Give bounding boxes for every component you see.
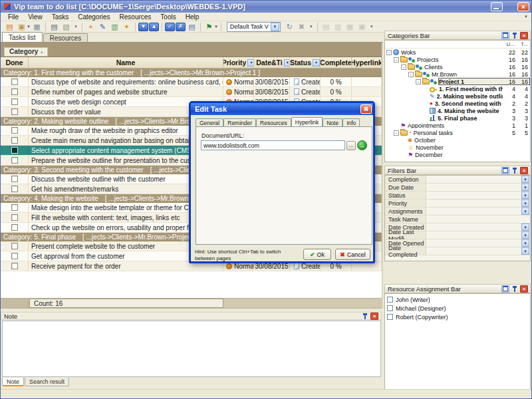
unmark-complete-icon[interactable]: ✗: [176, 23, 186, 31]
filter-dropdown-icon[interactable]: ▼: [521, 176, 529, 183]
restore-panel-icon[interactable]: [501, 32, 509, 39]
dialog-tab-note[interactable]: Note: [323, 118, 342, 126]
restore-panel-icon[interactable]: [501, 285, 509, 293]
resource-item[interactable]: Michael (Designer): [385, 304, 530, 313]
filter-dropdown-icon[interactable]: ▼: [521, 184, 529, 191]
total-column-header[interactable]: T...: [515, 41, 528, 47]
expander-icon[interactable]: -: [408, 72, 414, 77]
done-checkbox[interactable]: [11, 157, 18, 164]
dialog-tab-resources[interactable]: Resources: [256, 118, 291, 126]
expander-icon[interactable]: -: [386, 50, 392, 55]
edit-task-icon[interactable]: ✎: [97, 22, 108, 32]
tree-item[interactable]: -Projects1616: [385, 56, 530, 63]
filter-dropdown-icon[interactable]: ▼: [247, 59, 254, 66]
report-icon-2[interactable]: ▥: [332, 22, 344, 32]
done-checkbox[interactable]: [11, 214, 18, 221]
filter-dropdown-icon[interactable]: ▼: [521, 239, 529, 247]
menu-tools[interactable]: Tools: [156, 13, 180, 21]
report-icon-3[interactable]: ▦: [344, 22, 356, 32]
ok-button[interactable]: ✔ Ok: [303, 249, 331, 260]
filter-value[interactable]: [426, 200, 521, 207]
done-checkbox[interactable]: [11, 243, 18, 249]
add-task-icon[interactable]: +: [85, 22, 96, 32]
pin-icon[interactable]: [511, 32, 519, 39]
report-icon-4[interactable]: ▣: [356, 22, 368, 32]
print-icon[interactable]: ▤: [49, 22, 60, 32]
tree-item[interactable]: ◉October: [385, 136, 530, 144]
group-by-category-button[interactable]: Category ▴: [4, 47, 48, 57]
note-tab[interactable]: Note: [2, 378, 24, 386]
restore-panel-icon[interactable]: [501, 167, 509, 174]
done-checkbox[interactable]: [11, 137, 18, 144]
tree-item[interactable]: -Mr.Brown1616: [385, 70, 530, 78]
tree-item[interactable]: 1. First meeting with the cust44: [385, 85, 530, 92]
done-checkbox[interactable]: [11, 176, 18, 182]
tree-item[interactable]: ⚑Appointments11: [385, 122, 530, 129]
column-header-status[interactable]: Status▼: [290, 57, 321, 68]
dialog-tab-hyperlink[interactable]: Hyperlink: [291, 117, 323, 126]
close-icon[interactable]: ×: [520, 32, 528, 39]
filter-value[interactable]: [426, 215, 530, 223]
column-header-dateti[interactable]: ↕Date&Ti▼: [254, 57, 290, 68]
key-icon[interactable]: ✦: [121, 22, 132, 32]
move-up-icon[interactable]: ▲: [149, 23, 159, 31]
expander-icon[interactable]: -: [394, 57, 399, 63]
category-row[interactable]: Category: 1. First meeting with the cust…: [1, 68, 382, 77]
done-checkbox[interactable]: [11, 147, 18, 154]
expander-icon[interactable]: -: [394, 130, 399, 136]
chevron-down-icon[interactable]: ▼: [27, 25, 31, 29]
menu-file[interactable]: File: [3, 13, 23, 21]
menu-resources[interactable]: Resources: [115, 13, 156, 21]
close-button[interactable]: ×: [517, 2, 529, 11]
report-icon-1[interactable]: ▤: [321, 22, 332, 32]
duplicate-task-icon[interactable]: ▥: [109, 22, 120, 32]
open-task-list-icon[interactable]: ▣: [16, 22, 27, 32]
tree-item[interactable]: ☺November: [385, 144, 530, 151]
done-checkbox[interactable]: [11, 127, 18, 134]
tree-item[interactable]: -◔Personal tasks55: [385, 129, 530, 136]
menu-tasks[interactable]: Tasks: [47, 13, 74, 21]
restore-button[interactable]: [504, 2, 516, 3]
done-checkbox[interactable]: [11, 78, 18, 85]
resource-checkbox[interactable]: [387, 305, 393, 311]
mark-complete-icon[interactable]: ✓: [165, 23, 175, 31]
filter-dropdown-icon[interactable]: ▼: [521, 247, 529, 255]
print-list-icon[interactable]: ▤: [186, 22, 198, 32]
column-header-done[interactable]: Done: [1, 57, 29, 68]
expander-icon[interactable]: -: [416, 79, 421, 84]
uncomplete-column-header[interactable]: U...: [501, 41, 515, 47]
note-text-area[interactable]: [2, 321, 381, 377]
done-checkbox[interactable]: [11, 253, 18, 259]
pin-icon[interactable]: [511, 167, 519, 174]
tab-tasks-list[interactable]: Tasks list: [2, 32, 43, 42]
filter-value[interactable]: [426, 223, 521, 231]
done-checkbox[interactable]: [11, 98, 18, 105]
apply-view-icon[interactable]: ↻: [284, 22, 295, 32]
column-header-complete[interactable]: Complete: [321, 57, 352, 68]
column-header-hyperlink[interactable]: Hyperlink: [352, 57, 382, 68]
toolbar-overflow-icon[interactable]: ▼: [524, 15, 528, 19]
tree-item[interactable]: -Woks2222: [385, 49, 530, 56]
filter-value[interactable]: [426, 239, 521, 247]
task-row[interactable]: Discuss type of website and requirements…: [1, 77, 382, 87]
menu-help[interactable]: Help: [181, 13, 204, 21]
filter-value[interactable]: [426, 207, 521, 215]
close-icon[interactable]: ×: [370, 313, 378, 320]
chevron-down-icon[interactable]: ▼: [271, 23, 279, 31]
column-header-name[interactable]: Name: [29, 57, 223, 68]
open-url-button[interactable]: →: [357, 140, 367, 150]
expander-icon[interactable]: -: [401, 65, 406, 70]
tree-item[interactable]: ●3. Second meeting with the c22: [385, 100, 530, 107]
tree-item[interactable]: ✎2. Making website outline44: [385, 92, 530, 100]
filter-dropdown-icon[interactable]: ▼: [521, 192, 529, 199]
resource-item[interactable]: John (Writer): [385, 295, 530, 304]
column-header-priority[interactable]: Priority▼: [223, 57, 254, 68]
filter-value[interactable]: [426, 192, 521, 199]
close-icon[interactable]: ×: [520, 167, 528, 174]
filter-dropdown-icon[interactable]: ▼: [521, 200, 529, 207]
filter-value[interactable]: [426, 176, 521, 183]
menu-view[interactable]: View: [23, 13, 47, 21]
pin-icon[interactable]: [511, 285, 519, 293]
done-checkbox[interactable]: [11, 88, 18, 95]
document-url-input[interactable]: [201, 140, 345, 150]
